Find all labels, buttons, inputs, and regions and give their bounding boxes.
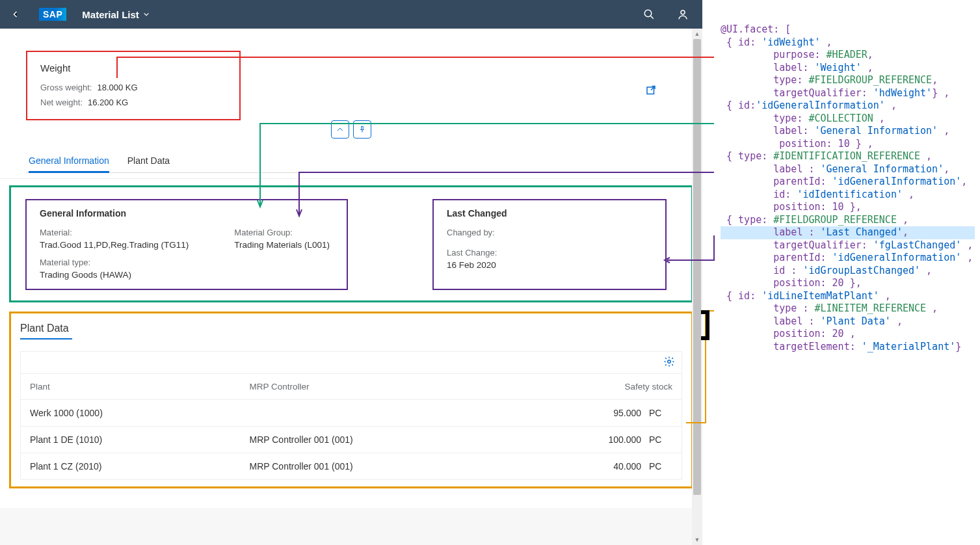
section-plant-data: Plant Data Plant MRP Con — [9, 312, 693, 488]
material-label: Material: — [40, 228, 189, 237]
last-changed-title: Last Changed — [447, 208, 652, 219]
code-line: position: 20 }, — [721, 277, 975, 290]
code-line: id : 'idGroupLastChanged' , — [721, 265, 975, 278]
scroll-down-arrow[interactable]: ▼ — [692, 535, 702, 545]
share-action-button[interactable] — [642, 82, 660, 100]
gross-weight-value: 18.000 KG — [97, 83, 137, 92]
svg-point-0 — [644, 10, 652, 17]
plant-data-table-card: Plant MRP Controller Safety stock Werk 1… — [20, 351, 682, 480]
plant-data-table: Plant MRP Controller Safety stock Werk 1… — [21, 373, 682, 479]
tab-general-information[interactable]: General Information — [29, 149, 109, 172]
code-line: { type: #IDENTIFICATION_REFERENCE , — [721, 150, 975, 163]
search-icon — [643, 8, 655, 20]
cell-unit: PC — [645, 427, 682, 453]
share-icon — [645, 85, 657, 97]
shell-title[interactable]: Material List — [82, 9, 150, 20]
code-line: parentId: 'idGeneralInformation' , — [721, 252, 975, 265]
section-general-information: General Information Material: Trad.Good … — [9, 185, 693, 302]
material-group-value: Trading Materials (L001) — [234, 240, 330, 250]
cell-unit: PC — [645, 453, 682, 480]
column-header-stock[interactable]: Safety stock — [535, 374, 682, 400]
sap-logo: SAP — [34, 7, 72, 21]
code-line: @UI.facet: [ — [721, 23, 975, 36]
column-header-mrp[interactable]: MRP Controller — [241, 374, 535, 400]
scroll-up-arrow[interactable]: ▲ — [692, 29, 702, 39]
code-line: label : 'General Information', — [721, 163, 975, 176]
code-line: label: 'General Information' , — [721, 125, 975, 138]
cell-plant: Plant 1 CZ (2010) — [21, 453, 241, 480]
net-weight-label: Net weight: — [40, 98, 83, 107]
material-type-label: Material type: — [40, 258, 189, 267]
material-value: Trad.Good 11,PD,Reg.Trading (TG11) — [40, 240, 189, 250]
svg-line-1 — [650, 16, 654, 19]
code-line: label : 'Last Changed', — [721, 226, 975, 239]
user-icon — [677, 8, 689, 20]
svg-point-6 — [668, 360, 671, 364]
cell-mrp — [241, 400, 535, 427]
header-expand-controls — [26, 120, 676, 139]
tab-plant-data[interactable]: Plant Data — [127, 149, 170, 172]
code-line: parentId: 'idGeneralInformation', — [721, 176, 975, 189]
shell-bar: SAP Material List — [0, 0, 702, 29]
code-line: purpose: #HEADER, — [721, 49, 975, 62]
code-line: targetQualifier: 'fgLastChanged' , — [721, 239, 975, 252]
plant-data-title: Plant Data — [20, 319, 682, 338]
column-header-plant[interactable]: Plant — [21, 374, 241, 400]
code-line: { id:'idGeneralInformation' , — [721, 100, 975, 113]
header-facet-weight: Weight Gross weight: 18.000 KG Net weigh… — [26, 51, 241, 120]
chevron-down-icon — [143, 11, 150, 18]
cell-mrp: MRP Controller 001 (001) — [241, 427, 535, 453]
nav-back-button[interactable] — [8, 7, 23, 22]
chevron-up-icon — [336, 126, 344, 133]
code-line: targetElement: '_MaterialPlant'} — [721, 341, 975, 354]
code-line: position: 10 } , — [721, 138, 975, 151]
pin-header-button[interactable] — [353, 120, 371, 139]
code-line: { id: 'idLineItemMatPlant' , — [721, 290, 975, 303]
material-group-label: Material Group: — [234, 228, 330, 237]
last-change-value: 16 Feb 2020 — [447, 260, 652, 270]
panel-last-changed: Last Changed Changed by: Last Change: 16… — [432, 199, 667, 290]
source-code-pane: @UI.facet: [ { id: 'idWeight' , purpose:… — [702, 0, 980, 545]
material-type-value: Trading Goods (HAWA) — [40, 270, 189, 280]
table-row[interactable]: Plant 1 DE (1010)MRP Controller 001 (001… — [21, 427, 682, 453]
code-line: targetQualifier: 'hdWeight'} , — [721, 87, 975, 100]
code-line: type: #FIELDGROUP_REFERENCE, — [721, 74, 975, 87]
general-info-title: General Information — [40, 208, 334, 219]
code-line: type : #LINEITEM_REFERENCE , — [721, 302, 975, 315]
page-content: Weight Gross weight: 18.000 KG Net weigh… — [0, 29, 702, 545]
code-line: { id: 'idWeight' , — [721, 36, 975, 49]
user-button[interactable] — [671, 3, 695, 26]
code-line: position: 20 , — [721, 328, 975, 341]
code-line: label : 'Plant Data' , — [721, 315, 975, 328]
cell-stock: 100.000 — [535, 427, 645, 453]
anchor-tab-bar: General Information Plant Data — [26, 149, 676, 173]
gross-weight-label: Gross weight: — [40, 83, 92, 92]
net-weight-value: 16.200 KG — [88, 98, 128, 107]
app-vertical-scrollbar[interactable]: ▲ ▼ — [692, 29, 702, 545]
panel-general-information: General Information Material: Trad.Good … — [25, 199, 348, 290]
changed-by-label: Changed by: — [447, 228, 652, 237]
cell-mrp: MRP Controller 001 (001) — [241, 453, 535, 480]
code-line: type: #COLLECTION , — [721, 113, 975, 126]
table-row[interactable]: Plant 1 CZ (2010)MRP Controller 001 (001… — [21, 453, 682, 480]
weight-title: Weight — [40, 62, 226, 73]
last-change-label: Last Change: — [447, 248, 652, 258]
code-line: id: 'idIdentification' , — [721, 189, 975, 202]
object-header: Weight Gross weight: 18.000 KG Net weigh… — [0, 29, 702, 178]
cell-plant: Plant 1 DE (1010) — [21, 427, 241, 453]
pin-icon — [358, 126, 366, 133]
scroll-thumb[interactable] — [693, 39, 701, 495]
table-row[interactable]: Werk 1000 (1000)95.000PC — [21, 400, 682, 427]
cell-unit: PC — [645, 400, 682, 427]
shell-title-text: Material List — [82, 9, 139, 20]
table-settings-button[interactable] — [663, 356, 675, 369]
cell-stock: 95.000 — [535, 400, 645, 427]
search-button[interactable] — [637, 3, 661, 26]
collapse-header-button[interactable] — [331, 120, 349, 139]
gear-icon — [663, 356, 675, 367]
svg-point-2 — [681, 10, 685, 14]
cell-stock: 40.000 — [535, 453, 645, 480]
code-line: { type: #FIELDGROUP_REFERENCE , — [721, 214, 975, 227]
code-line: position: 10 }, — [721, 201, 975, 214]
code-line: label: 'Weight' , — [721, 62, 975, 75]
